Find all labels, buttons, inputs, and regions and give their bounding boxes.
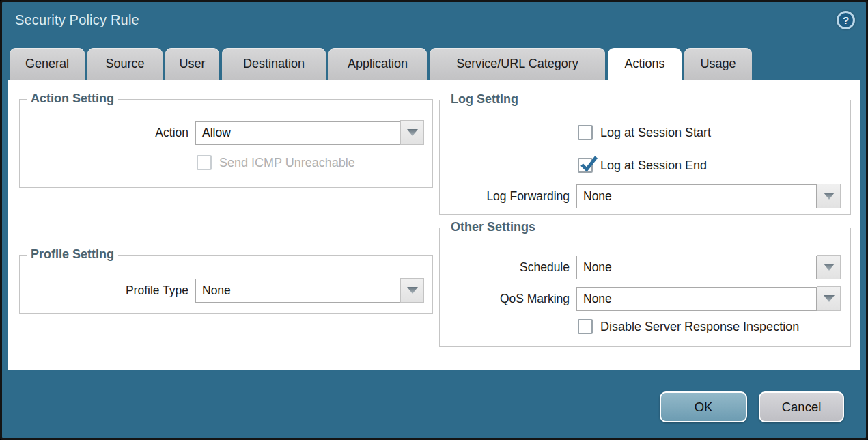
tab-service-url-category[interactable]: Service/URL Category	[430, 48, 605, 80]
chevron-down-icon[interactable]	[817, 184, 841, 208]
log-session-end-row: Log at Session End	[578, 158, 707, 173]
dialog-title: Security Policy Rule	[15, 12, 139, 28]
dsri-row: Disable Server Response Inspection	[578, 319, 799, 334]
tab-content-panel: Action Setting Action Allow Send ICMP Un…	[8, 80, 860, 370]
qos-marking-dropdown-value: None	[576, 287, 817, 311]
action-label: Action	[20, 120, 188, 145]
tab-usage[interactable]: Usage	[684, 48, 752, 80]
chevron-down-icon[interactable]	[817, 255, 841, 279]
tab-user[interactable]: User	[165, 48, 219, 80]
action-dropdown[interactable]: Allow	[195, 120, 424, 145]
action-setting-legend: Action Setting	[27, 92, 118, 106]
send-icmp-unreachable-row: Send ICMP Unreachable	[197, 155, 355, 170]
log-forwarding-label: Log Forwarding	[440, 184, 570, 208]
tab-general[interactable]: General	[10, 48, 85, 80]
log-forwarding-dropdown[interactable]: None	[576, 184, 841, 208]
chevron-down-icon[interactable]	[400, 120, 424, 145]
log-session-start-label: Log at Session Start	[600, 126, 711, 140]
cancel-button[interactable]: Cancel	[759, 391, 844, 422]
schedule-dropdown[interactable]: None	[576, 255, 841, 279]
qos-marking-label: QoS Marking	[440, 286, 570, 311]
schedule-dropdown-value: None	[576, 256, 817, 279]
dsri-label: Disable Server Response Inspection	[600, 320, 799, 334]
profile-type-dropdown-value: None	[195, 279, 400, 303]
chevron-down-icon[interactable]	[817, 286, 841, 311]
tab-application[interactable]: Application	[328, 48, 427, 80]
other-settings-legend: Other Settings	[447, 220, 540, 234]
profile-type-label: Profile Type	[20, 278, 188, 303]
tab-bar: General Source User Destination Applicat…	[10, 48, 752, 80]
log-session-end-checkbox[interactable]	[578, 158, 593, 173]
log-setting-legend: Log Setting	[447, 92, 522, 107]
send-icmp-unreachable-checkbox[interactable]	[197, 155, 212, 170]
send-icmp-unreachable-label: Send ICMP Unreachable	[219, 156, 355, 170]
other-settings-fieldset: Other Settings Schedule None QoS Marking…	[439, 228, 851, 347]
dsri-checkbox[interactable]	[578, 319, 593, 334]
profile-setting-legend: Profile Setting	[27, 247, 118, 262]
ok-button[interactable]: OK	[660, 391, 747, 422]
action-setting-fieldset: Action Setting Action Allow Send ICMP Un…	[19, 99, 433, 188]
chevron-down-icon[interactable]	[400, 278, 424, 303]
qos-marking-dropdown[interactable]: None	[576, 286, 841, 311]
profile-setting-fieldset: Profile Setting Profile Type None	[19, 255, 433, 314]
security-policy-rule-dialog: Security Policy Rule ? General Source Us…	[0, 0, 868, 440]
log-session-start-checkbox[interactable]	[578, 125, 593, 140]
help-icon[interactable]: ?	[837, 11, 855, 29]
log-forwarding-dropdown-value: None	[576, 184, 817, 208]
log-session-end-label: Log at Session End	[600, 159, 707, 173]
action-dropdown-value: Allow	[195, 121, 400, 145]
tab-actions[interactable]: Actions	[608, 48, 682, 80]
tab-source[interactable]: Source	[87, 48, 163, 80]
tab-destination[interactable]: Destination	[222, 48, 326, 80]
schedule-label: Schedule	[440, 255, 570, 279]
log-setting-fieldset: Log Setting Log at Session Start Log at …	[439, 100, 851, 215]
profile-type-dropdown[interactable]: None	[195, 278, 424, 303]
log-session-start-row: Log at Session Start	[578, 125, 711, 140]
